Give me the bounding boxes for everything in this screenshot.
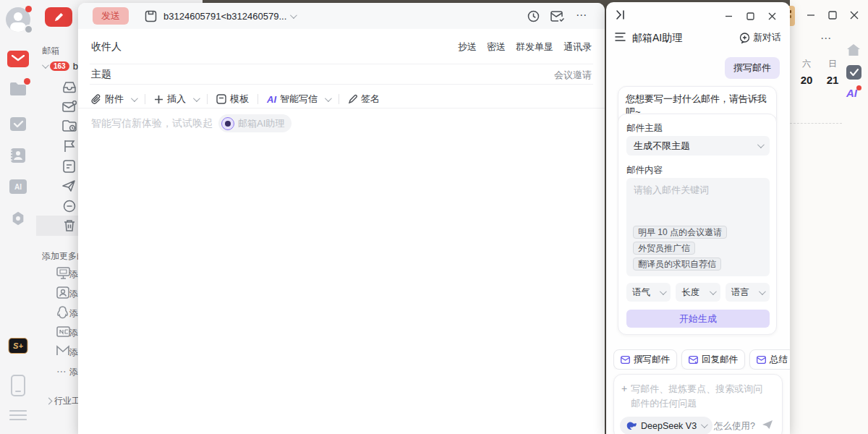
dock-calendar-icon[interactable] <box>9 116 27 132</box>
account-row[interactable]: 163 b <box>42 61 78 72</box>
quick-action-summarize[interactable]: 总结 <box>749 349 790 370</box>
suggestion-chip-1[interactable]: 明早 10 点的会议邀请 <box>633 226 727 239</box>
ai-maximize-button[interactable] <box>739 7 761 25</box>
compose-body[interactable]: 智能写信新体验，试试唤起 邮箱AI助理 <box>91 114 292 132</box>
mail-content-label: 邮件内容 <box>626 164 663 176</box>
suggestion-chip-2[interactable]: 外贸员推广信 <box>633 242 695 255</box>
chat-input-card[interactable]: + 写邮件、提炼要点、搜索或询问邮件的任何问题 DeepSeek V3 怎么使用… <box>613 374 783 434</box>
dock-ai-box-icon[interactable]: AI <box>9 179 27 194</box>
user-avatar[interactable] <box>6 7 30 32</box>
folder-clock-icon[interactable] <box>62 120 77 132</box>
signature-button[interactable]: 签名 <box>348 93 380 106</box>
subject-label[interactable]: 主题 <box>91 68 111 81</box>
mail-receipt-icon[interactable] <box>550 11 564 22</box>
compose-window: 发送 b3124605791<b312460579... ⋯ 收件人 抄送 密送… <box>78 3 605 434</box>
industry-tools-row[interactable]: 行业工 <box>46 395 80 407</box>
dock-folder-icon[interactable] <box>9 81 27 97</box>
add-account-label-3: 添 <box>69 307 78 320</box>
dock-contacts-icon[interactable] <box>9 148 27 163</box>
mass-send-link[interactable]: 群发单显 <box>516 41 553 54</box>
subject-select[interactable]: 生成不限主题 <box>626 136 770 156</box>
tone-select[interactable]: 语气 <box>626 283 671 302</box>
trash-icon[interactable] <box>64 219 75 232</box>
insert-button[interactable]: 插入 <box>154 93 198 106</box>
model-name: DeepSeek V3 <box>641 421 697 431</box>
add-other-account-icon[interactable]: ⋯ <box>56 365 67 377</box>
calendar-date-20[interactable]: 20 <box>796 74 817 86</box>
collapse-panel-icon[interactable] <box>615 9 626 20</box>
length-select[interactable]: 长度 <box>676 283 720 302</box>
main-close-button[interactable] <box>843 6 865 25</box>
meeting-invite-link[interactable]: 会议邀请 <box>554 69 592 82</box>
dock-settings-icon[interactable] <box>9 210 27 226</box>
assistant-chip[interactable]: 邮箱AI助理 <box>218 114 292 132</box>
new-chat-button[interactable]: 新对话 <box>739 31 781 44</box>
sender-address: b3124605791<b312460579... <box>163 11 286 22</box>
add-account-label-5: 添 <box>69 346 78 359</box>
flagged-mail-icon[interactable] <box>62 101 77 113</box>
subject-select-value: 生成不限主题 <box>634 140 690 153</box>
recipient-label[interactable]: 收件人 <box>91 41 122 54</box>
sender-selector[interactable]: b3124605791<b312460579... <box>163 9 295 22</box>
home-widget-icon[interactable] <box>846 43 861 56</box>
body-placeholder: 智能写信新体验，试试唤起 <box>91 117 213 130</box>
ai-badge: AI <box>267 94 276 105</box>
desktop: AI S+ 邮箱 163 b <box>0 0 868 434</box>
contacts-link[interactable]: 通讯录 <box>563 41 592 54</box>
folder-notification-dot <box>24 78 30 85</box>
content-placeholder: 请输入邮件关键词 <box>634 184 762 197</box>
add-contact-account-icon[interactable] <box>56 286 69 299</box>
content-textarea[interactable]: 请输入邮件关键词 明早 10 点的会议邀请 外贸员推广信翻译员的求职自荐信 <box>626 178 770 276</box>
recipient-divider <box>90 64 593 64</box>
dock-mail-icon[interactable] <box>7 51 29 67</box>
send-message-icon[interactable] <box>762 420 773 430</box>
account-expand-chevron[interactable] <box>42 61 49 69</box>
calendar-widget-icon[interactable] <box>846 65 861 80</box>
dock-splus-icon[interactable]: S+ <box>9 338 28 354</box>
add-mail-master-icon[interactable] <box>56 267 70 279</box>
template-button[interactable]: 模板 <box>216 93 249 106</box>
language-select[interactable]: 语言 <box>726 283 770 302</box>
bcc-link[interactable]: 密送 <box>487 41 506 54</box>
add-attachment-icon[interactable]: + <box>621 382 627 395</box>
ai-menu-icon[interactable] <box>615 33 626 41</box>
add-more-accounts-label[interactable]: 添加更多邮 <box>42 250 80 263</box>
add-gmail-icon[interactable] <box>56 345 69 356</box>
widget-more-icon[interactable]: ⋯ <box>820 32 832 45</box>
compose-new-mail-button[interactable] <box>45 7 72 27</box>
sent-icon[interactable] <box>62 179 76 192</box>
add-netease-mail-icon[interactable] <box>56 326 70 338</box>
dock-menu-icon[interactable] <box>9 409 27 421</box>
ai-assistant-window: 邮箱AI助理 新对话 撰写邮件 您想要写一封什么邮件，请告诉我吧~ 邮件主题 生… <box>606 2 790 434</box>
app-dock: AI S+ <box>0 0 36 434</box>
attachment-button[interactable]: 附件 <box>91 93 136 106</box>
mode-chip[interactable]: 撰写邮件 <box>725 57 780 79</box>
flag-icon[interactable] <box>64 140 75 153</box>
calendar-day-sat: 六 <box>796 58 817 70</box>
main-minimize-button[interactable] <box>800 6 822 25</box>
cc-link[interactable]: 抄送 <box>458 41 477 54</box>
compose-titlebar: 发送 b3124605791<b312460579... ⋯ <box>78 3 605 29</box>
ai-widget-icon[interactable]: AI <box>846 87 857 100</box>
quick-action-compose[interactable]: 撰写邮件 <box>613 349 677 370</box>
calendar-date-21[interactable]: 21 <box>822 74 843 86</box>
send-button[interactable]: 发送 <box>93 7 129 25</box>
quick-action-reply[interactable]: 回复邮件 <box>681 349 745 370</box>
ai-smart-write-button[interactable]: AI 智能写信 <box>267 93 330 106</box>
generate-button[interactable]: 开始生成 <box>626 310 770 328</box>
save-draft-icon[interactable] <box>145 10 157 22</box>
suggestion-chip-3[interactable]: 翻译员的求职自荐信 <box>633 258 721 271</box>
main-maximize-button[interactable] <box>822 6 843 25</box>
compose-more-icon[interactable]: ⋯ <box>576 9 587 22</box>
assistant-avatar <box>221 117 234 130</box>
how-to-use-link[interactable]: 怎么使用? <box>714 420 755 433</box>
dock-mobile-icon[interactable] <box>10 375 26 396</box>
inbox-icon[interactable] <box>62 80 77 93</box>
draft-icon[interactable] <box>63 160 75 173</box>
ai-minimize-button[interactable] <box>718 7 739 25</box>
schedule-send-icon[interactable] <box>527 10 540 22</box>
model-selector[interactable]: DeepSeek V3 <box>620 417 712 434</box>
spam-icon[interactable] <box>63 200 76 213</box>
add-qq-mail-icon[interactable] <box>56 306 69 319</box>
ai-close-button[interactable] <box>761 7 783 25</box>
